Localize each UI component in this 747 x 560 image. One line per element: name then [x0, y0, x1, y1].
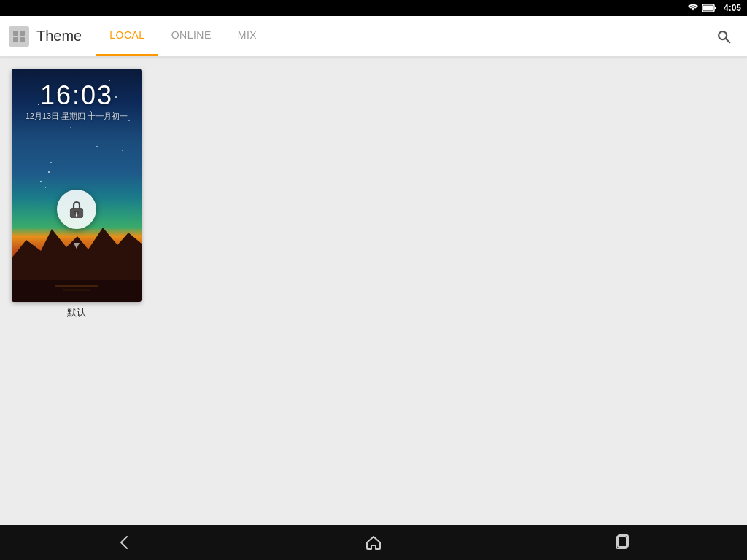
home-icon	[365, 534, 382, 551]
clock-time: 16:03	[12, 80, 142, 111]
wifi-icon	[687, 3, 699, 13]
recents-button[interactable]	[584, 528, 660, 557]
svg-line-8	[726, 38, 730, 42]
clock-date: 12月13日 星期四 十一月初一	[12, 111, 142, 122]
nav-bar	[0, 525, 747, 560]
lock-icon	[67, 199, 86, 219]
search-button[interactable]	[709, 22, 738, 51]
tab-local[interactable]: LOCAL	[96, 15, 158, 56]
svg-rect-4	[20, 31, 25, 36]
svg-rect-3	[13, 31, 18, 36]
theme-card[interactable]: 16:03 12月13日 星期四 十一月初一	[12, 69, 142, 322]
back-icon	[116, 534, 133, 551]
svg-rect-6	[20, 37, 25, 42]
status-icons: 4:05	[687, 3, 741, 13]
main-content: 16:03 12月13日 星期四 十一月初一	[0, 57, 747, 525]
app-bar: Theme LOCAL ONLINE MIX	[0, 16, 747, 57]
svg-rect-1	[714, 7, 716, 9]
lock-circle	[57, 190, 96, 229]
home-button[interactable]	[336, 528, 411, 557]
battery-icon	[702, 4, 716, 12]
status-time: 4:05	[724, 3, 741, 13]
svg-rect-11	[12, 280, 142, 302]
tab-bar: LOCAL ONLINE MIX	[96, 16, 270, 56]
swipe-arrow: ▼	[71, 239, 82, 251]
tab-mix[interactable]: MIX	[225, 15, 270, 56]
theme-preview: 16:03 12月13日 星期四 十一月初一	[12, 69, 142, 302]
tab-online[interactable]: ONLINE	[158, 15, 225, 56]
theme-label: 默认	[12, 302, 142, 322]
page-title: Theme	[36, 28, 82, 44]
svg-rect-2	[703, 6, 713, 11]
svg-rect-5	[13, 37, 18, 42]
app-icon	[9, 26, 29, 47]
status-bar: 4:05	[0, 0, 747, 16]
recents-icon	[614, 534, 631, 551]
back-button[interactable]	[87, 528, 163, 557]
